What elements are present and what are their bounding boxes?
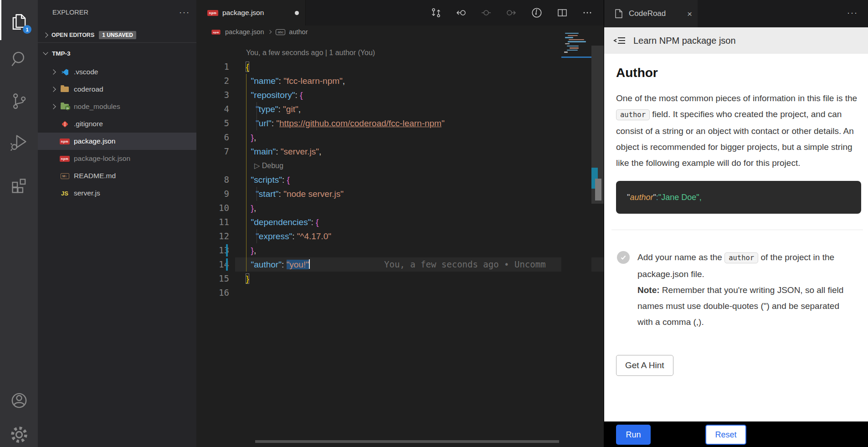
code-text: "dependencies": { [246,215,318,229]
blame-lens[interactable]: You, a few seconds ago | 1 author (You) [196,46,604,60]
modified-line-indicator [226,258,228,271]
reset-button[interactable]: Reset [705,425,746,445]
code-line-10[interactable]: 10 }, [196,201,604,215]
code-line-13[interactable]: 13 }, [196,243,604,257]
activitybar-source-control[interactable] [0,87,38,116]
horizontal-scrollbar[interactable] [255,440,559,443]
bracket-guide [246,74,247,272]
code-line-3[interactable]: 3 "repository": { [196,88,604,102]
node-modules-folder-icon: js [61,104,69,109]
dirty-indicator-icon[interactable] [295,11,299,15]
open-editors-section[interactable]: OPEN EDITORS 1 UNSAVED [38,27,196,43]
text-cursor [309,259,310,269]
run-tutorial-icon[interactable] [531,7,543,19]
code-text: { [246,60,249,74]
activitybar-account[interactable] [0,386,38,415]
code-line-12[interactable]: 12 "express": "^4.17.0" [196,229,604,243]
get-hint-button[interactable]: Get A Hint [616,355,673,376]
indent-guide [257,102,257,130]
code-text: "author": "you!" [246,257,310,272]
run-button[interactable]: Run [616,425,651,445]
file-row--vscode[interactable]: .vscode [38,63,196,81]
explorer-more-icon[interactable]: ··· [179,8,190,17]
symbol-string-icon: abc [276,29,285,35]
debug-lens[interactable]: ▷ Debug [196,159,604,173]
minimap-code-mark [565,37,573,38]
lesson-paragraph: One of the most common pieces of informa… [616,90,862,171]
file-label: README.md [74,172,116,180]
panel-more-icon[interactable]: ··· [847,8,858,18]
code-editor[interactable]: You, a few seconds ago | 1 author (You)1… [196,46,604,300]
code-line-1[interactable]: 1{ [196,60,604,74]
file-label: .vscode [74,68,98,76]
task-item: Add your name as the author of the proje… [616,249,861,330]
code-line-7[interactable]: 7 "main": "server.js", [196,144,604,159]
chevron-right-icon [51,87,56,92]
code-text: "express": "^4.17.0" [246,229,331,243]
overview-scroll-mark [595,179,601,200]
code-text: }, [246,130,256,144]
code-line-15[interactable]: 15} [196,272,604,286]
line-number: 3 [196,88,229,102]
line-number: 14 [196,257,229,272]
file-label: package.json [74,137,115,145]
step-forward-icon[interactable] [506,7,517,18]
file-row--gitignore[interactable]: .gitignore [38,115,196,133]
npm-icon: npm [60,139,70,144]
file-row-coderoad[interactable]: coderoad [38,81,196,98]
editor-scrollbar[interactable] [591,27,604,447]
code-text: "scripts": { [246,173,290,187]
code-line-9[interactable]: 9 "start": "node server.js" [196,187,604,201]
code-text: "url": "https://github.com/coderoad/fcc-… [246,116,445,130]
code-line-5[interactable]: 5 "url": "https://github.com/coderoad/fc… [196,116,604,130]
code-line-11[interactable]: 11 "dependencies": { [196,215,604,229]
activitybar-extensions[interactable] [0,170,38,199]
blame-lens[interactable]: You, a few seconds ago | 1 author (You) [196,46,604,60]
source-control-icon [10,92,29,111]
vscode-window: 1 [0,0,868,447]
file-row-package-json[interactable]: npmpackage.json [38,133,196,150]
collapse-menu-icon[interactable] [613,35,626,46]
activitybar-search[interactable] [0,45,38,74]
breadcrumb-file[interactable]: package.json [225,28,264,36]
file-tree: .vscodecoderoadjsnode_modules.gitignoren… [38,63,196,202]
minimap-code-mark [564,51,568,52]
folder-icon [61,87,69,92]
file-label: package-lock.json [74,154,130,163]
activitybar-settings[interactable] [0,420,38,447]
breadcrumb-symbol[interactable]: author [289,28,308,36]
activitybar-explorer[interactable]: 1 [0,7,38,36]
file-row-package-lock-json[interactable]: npmpackage-lock.json [38,150,196,167]
workspace-root-folder[interactable]: TMP-3 [38,46,196,61]
code-line-4[interactable]: 4 "type": "git", [196,102,604,116]
explorer-header: EXPLORER ··· [38,5,196,20]
code-line-14[interactable]: 14 "author": "you!" You, a few seconds a… [196,257,604,272]
tab-package-json[interactable]: npm package.json [196,0,306,26]
code-example: "author": "Jane Doe", [616,181,861,214]
code-line-16[interactable]: 16 [196,286,604,300]
current-step-icon[interactable] [481,7,492,18]
activitybar-run-debug[interactable] [0,128,38,157]
inline-code-chip: author [616,109,650,120]
more-actions-icon[interactable] [582,7,593,18]
step-back-icon[interactable] [456,7,467,18]
code-line-2[interactable]: 2 "name": "fcc-learn-npm", [196,74,604,88]
line-number: 11 [196,215,229,229]
compare-changes-icon[interactable] [431,7,442,18]
close-icon[interactable]: × [687,10,692,18]
code-line-6[interactable]: 6 }, [196,130,604,144]
code-line-8[interactable]: 8 "scripts": { [196,173,604,187]
file-label: .gitignore [74,120,103,128]
breadcrumb[interactable]: npm package.json abc author [196,26,604,38]
file-label: node_modules [74,103,120,111]
tab-coderoad[interactable]: CodeRoad × [604,0,698,27]
minimap[interactable] [561,27,591,447]
file-row-node-modules[interactable]: jsnode_modules [38,98,196,115]
file-row-server-js[interactable]: JSserver.js [38,185,196,202]
split-editor-icon[interactable] [557,7,568,18]
editor-toolbar [431,0,604,26]
debug-lens[interactable]: ▷ Debug [196,159,604,173]
file-row-readme-md[interactable]: M↓README.md [38,167,196,185]
run-debug-icon [10,133,29,152]
gear-icon [10,425,29,444]
